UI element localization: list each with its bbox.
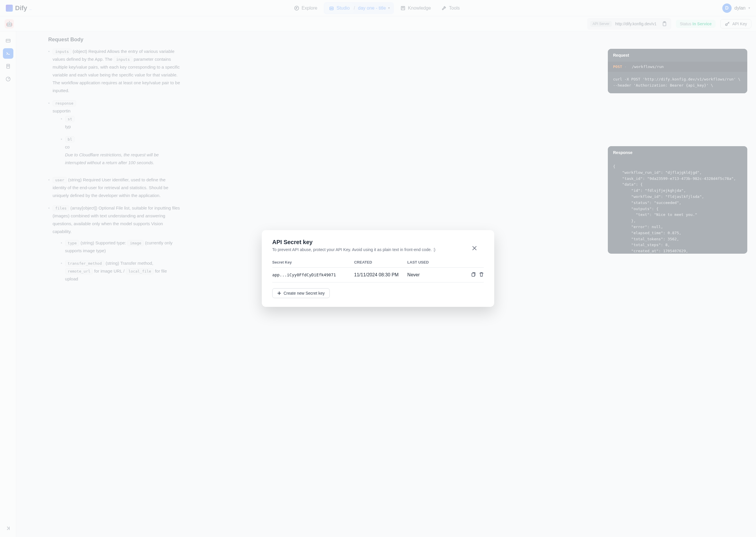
key-table: Secret Key CREATED LAST USED app...iCyy0… (272, 257, 484, 282)
table-row: app...iCyy0FfdCyDiEfk49071 11/11/2024 08… (272, 268, 484, 282)
copy-icon (470, 272, 476, 277)
col-last: LAST USED (407, 260, 460, 265)
copy-key-button[interactable] (470, 272, 476, 278)
svg-rect-21 (472, 273, 475, 276)
delete-key-button[interactable] (479, 272, 484, 278)
close-button[interactable] (472, 245, 477, 253)
secret-key-value: app...iCyy0FfdCyDiEfk49071 (272, 272, 354, 277)
plus-icon (277, 291, 281, 295)
close-icon (472, 245, 477, 251)
col-secret: Secret Key (272, 260, 354, 265)
created-value: 11/11/2024 08:30 PM (354, 272, 407, 277)
trash-icon (479, 272, 484, 277)
api-key-modal: API Secret key To prevent API abuse, pro… (262, 230, 494, 307)
create-key-button[interactable]: Create new Secret key (272, 288, 330, 298)
modal-title: API Secret key (272, 239, 484, 246)
modal-overlay[interactable]: API Secret key To prevent API abuse, pro… (0, 0, 756, 537)
last-used-value: Never (407, 272, 460, 277)
col-created: CREATED (354, 260, 407, 265)
modal-subtitle: To prevent API abuse, protect your API K… (272, 247, 484, 252)
table-row: Secret Key CREATED LAST USED (272, 257, 484, 268)
